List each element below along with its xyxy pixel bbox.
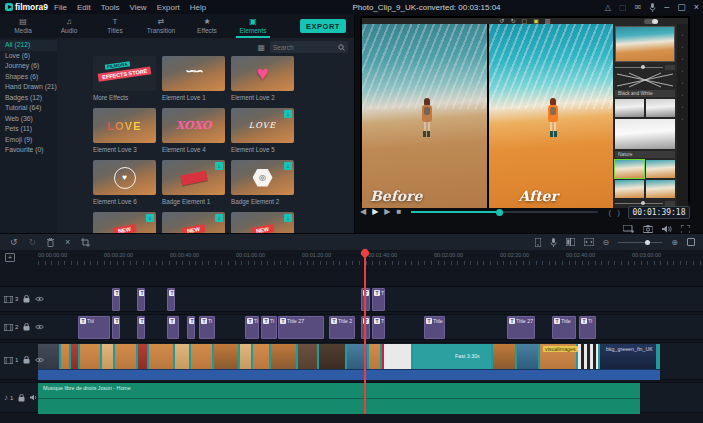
next-frame-button[interactable]: ▶ [384, 208, 390, 216]
element-item[interactable]: LOVE ↓ Element Love 5 [231, 108, 294, 160]
zoom-slider-knob[interactable] [645, 240, 650, 245]
zoom-out-icon[interactable]: ⊖ [603, 238, 610, 247]
close-button[interactable]: × [694, 2, 699, 12]
track-header-video-2[interactable]: 2 [4, 323, 44, 331]
mail-icon[interactable]: ✉ [635, 3, 642, 12]
title-clip[interactable]: T Title 27 [278, 316, 324, 339]
video-thumbnail-segment[interactable] [578, 344, 598, 369]
manage-tracks-icon[interactable]: + [5, 253, 15, 262]
video-thumbnail-segment[interactable] [319, 344, 345, 369]
media-tab[interactable]: ▤ Media [0, 14, 46, 38]
category-item[interactable]: All (212) [0, 40, 57, 51]
video-thumbnail-segment[interactable] [61, 344, 69, 369]
title-clip[interactable]: T Title [372, 288, 385, 311]
track-header-video-1[interactable]: 1 [4, 356, 44, 364]
menu-item[interactable]: Edit [77, 3, 91, 12]
category-item[interactable]: Emoji (9) [0, 135, 57, 146]
video-thumbnail-segment[interactable] [517, 344, 538, 369]
eye-icon[interactable] [35, 324, 44, 330]
media-tab[interactable]: ♫ Audio [46, 14, 92, 38]
redo-icon[interactable]: ↻ [29, 237, 37, 247]
snapshot-camera-icon[interactable] [643, 225, 653, 233]
title-clip[interactable]: T Title 2 [329, 316, 355, 339]
element-item[interactable]: ♥ ↓ Element Love 6 [93, 160, 156, 212]
element-item[interactable]: XOXO ↓ Element Love 4 [162, 108, 225, 160]
video-thumbnail-segment[interactable] [102, 344, 113, 369]
seek-bar[interactable] [411, 211, 598, 213]
element-item[interactable]: ∽∽ ↓ Element Love 1 [162, 56, 225, 108]
menu-item[interactable]: Export [157, 3, 180, 12]
preview-viewport[interactable]: ↺↻▢▣▥ Before [360, 16, 690, 202]
zoom-in-icon[interactable]: ⊕ [671, 238, 678, 247]
element-item[interactable]: ↓ Badge Element 1 [162, 160, 225, 212]
maximize-button[interactable]: ▢ [677, 2, 686, 12]
category-item[interactable]: Journey (6) [0, 61, 57, 72]
track-header-audio-1[interactable]: ♪ 1 [4, 393, 38, 402]
title-clip[interactable]: T [167, 316, 179, 339]
category-item[interactable]: Favourite (0) [0, 145, 57, 156]
split-screen-icon[interactable] [566, 238, 575, 246]
video-thumbnail-segment[interactable] [138, 344, 147, 369]
video-track-1[interactable]: Fast 3.30x visualimages bkg_greeen_fin_U… [0, 342, 703, 380]
menu-item[interactable]: File [54, 3, 67, 12]
media-tab[interactable]: ⇄ Transition [138, 14, 184, 38]
playhead[interactable] [364, 250, 366, 414]
display-device-icon[interactable] [623, 225, 634, 233]
video-thumbnail-segment[interactable] [214, 344, 238, 369]
video-thumbnail-segment[interactable] [493, 344, 515, 369]
video-thumbnail-segment[interactable] [80, 344, 100, 369]
split-crop-icon[interactable] [81, 238, 90, 247]
media-tab[interactable]: ★ Effects [184, 14, 230, 38]
category-item[interactable]: Love (6) [0, 51, 57, 62]
search-input[interactable] [273, 44, 335, 51]
title-clip[interactable]: T Ti [261, 316, 277, 339]
title-clip[interactable]: T [361, 316, 370, 339]
music-clip[interactable]: Musique libre de droits Joson - Home [38, 383, 640, 414]
title-clip[interactable]: T Title [372, 316, 385, 339]
category-item[interactable]: Tutorial (64) [0, 103, 57, 114]
render-strip-icon[interactable] [584, 238, 594, 246]
mark-in-out-icon[interactable]: ( ) [608, 208, 622, 217]
timeline-zoom-slider[interactable] [618, 242, 662, 243]
title-clip[interactable]: T Titl [78, 316, 110, 339]
video-thumbnail-segment[interactable] [253, 344, 269, 369]
element-item[interactable]: NEW ↓ [93, 212, 156, 233]
trash-icon[interactable] [47, 238, 54, 247]
element-item[interactable]: FILMORA EFFECTS STORE ↓ More Effects [93, 56, 156, 108]
volume-icon[interactable] [662, 225, 672, 233]
lock-icon[interactable] [23, 323, 30, 331]
previous-frame-button[interactable]: ◀ [360, 208, 366, 216]
element-item[interactable]: LOVE ↓ Element Love 3 [93, 108, 156, 160]
video-thumbnail-segment[interactable] [71, 344, 78, 369]
title-clip[interactable]: T [112, 288, 120, 311]
video-thumbnail-segment[interactable] [369, 344, 380, 369]
lock-icon[interactable] [23, 295, 30, 303]
video-thumbnail-segment[interactable] [149, 344, 173, 369]
layout-icon[interactable]: ▢ [619, 3, 627, 12]
play-button[interactable]: ▶ [372, 208, 378, 216]
mic-icon[interactable] [649, 3, 656, 12]
title-clip[interactable]: T [167, 288, 175, 311]
menu-item[interactable]: Tools [101, 3, 120, 12]
title-clip[interactable]: T [361, 288, 370, 311]
title-clip[interactable]: T Title 27 [507, 316, 535, 339]
element-item[interactable]: ♥ ↓ Element Love 2 [231, 56, 294, 108]
search-box[interactable] [270, 41, 348, 53]
title-clip[interactable]: T [187, 316, 195, 339]
title-clip[interactable]: T [137, 288, 145, 311]
lock-icon[interactable] [23, 356, 30, 364]
undo-icon[interactable]: ↺ [10, 237, 18, 247]
title-clip[interactable]: T Ti [199, 316, 215, 339]
video-thumbnail-segment[interactable] [271, 344, 296, 369]
lock-icon[interactable] [18, 394, 25, 402]
share-icon[interactable]: △ [605, 3, 611, 12]
video-track-3[interactable] [0, 286, 703, 312]
linked-audio-strip[interactable] [38, 369, 660, 380]
category-item[interactable]: Web (36) [0, 114, 57, 125]
element-item[interactable]: NEW ↓ [231, 212, 294, 233]
eye-icon[interactable] [35, 357, 44, 363]
track-header-video-3[interactable]: 3 [4, 295, 44, 303]
export-button[interactable]: EXPORT [300, 19, 346, 33]
media-tab[interactable]: ▣ Elements [230, 14, 276, 38]
video-thumbnail-segment[interactable] [382, 344, 411, 369]
